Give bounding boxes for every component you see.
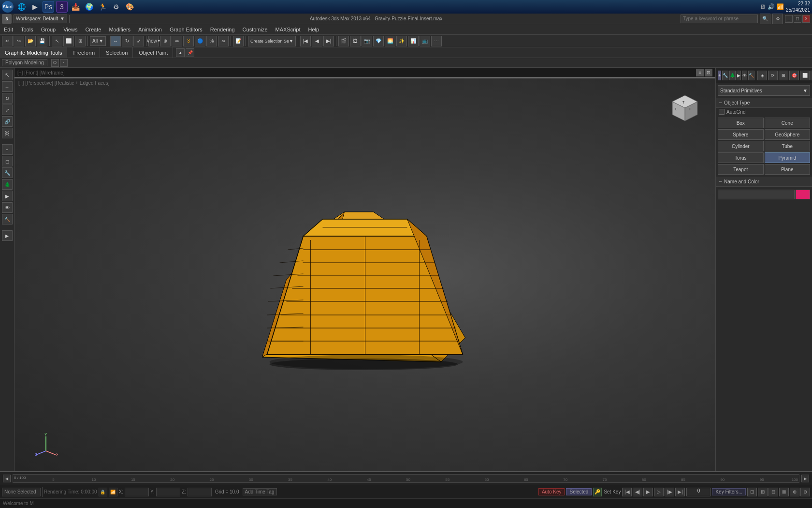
render-scene-button[interactable]: 🎬 — [338, 36, 349, 46]
graphite-tab-object-paint[interactable]: Object Paint — [134, 47, 173, 58]
tool-utilities[interactable]: 🔨 — [2, 214, 13, 224]
menu-customize[interactable]: Customize — [239, 26, 272, 33]
add-time-tag-btn[interactable]: Add Time Tag — [243, 488, 277, 495]
btn-geosphere[interactable]: GeoSphere — [765, 129, 811, 140]
panel-icon-3[interactable]: ⊞ — [779, 71, 788, 80]
current-frame-display[interactable]: 0 — [686, 488, 710, 496]
menu-group[interactable]: Group — [37, 26, 60, 33]
vp-wire-btn1[interactable]: ≡ — [696, 69, 704, 76]
btn-box[interactable]: Box — [718, 118, 764, 128]
render-framebuffer[interactable]: 📺 — [420, 36, 430, 46]
redo-button[interactable]: ↪ — [14, 36, 24, 46]
goto-start-btn[interactable]: |◀ — [622, 488, 632, 496]
btn-plane[interactable]: Plane — [765, 164, 811, 175]
anim-extra-3[interactable]: ⊟ — [768, 488, 778, 496]
select-region-button[interactable]: ⬜ — [63, 36, 74, 46]
btn-cone[interactable]: Cone — [765, 118, 811, 128]
angle-snap-button[interactable]: 🔵 — [195, 36, 205, 46]
filter-dropdown[interactable]: All▼ — [90, 36, 106, 46]
snap-toggle-button[interactable]: 3 — [183, 36, 194, 46]
z-coord-value[interactable] — [188, 488, 212, 496]
open-button[interactable]: 📂 — [25, 36, 36, 46]
menu-maxscript[interactable]: MAXScript — [272, 26, 304, 33]
display-panel-btn[interactable]: 👁 — [742, 71, 747, 80]
tool-move[interactable]: ↔ — [2, 81, 13, 92]
x-coord-value[interactable] — [125, 488, 149, 496]
spinner-snap-button[interactable]: ∞ — [218, 36, 229, 46]
menu-graph-editors[interactable]: Graph Editors — [166, 26, 206, 33]
auto-key-button[interactable]: Auto Key — [538, 488, 565, 495]
motion-panel-btn[interactable]: ▶ — [737, 71, 741, 80]
viewport-perspective[interactable]: [+] [Perspective] [Realistic + Edged Fac… — [14, 78, 715, 471]
timeline-prev-btn[interactable]: ◀ — [3, 475, 11, 482]
tool-unlink[interactable]: ⛓ — [2, 128, 13, 138]
scale-button[interactable]: ⤢ — [133, 36, 144, 46]
tool-rotate[interactable]: ↻ — [2, 93, 13, 104]
anim-extra-1[interactable]: ⊡ — [747, 488, 757, 496]
object-type-collapse[interactable]: − — [719, 99, 722, 106]
vertex-btn[interactable]: · — [60, 59, 68, 67]
btn-pyramid[interactable]: Pyramid — [765, 152, 811, 163]
panel-icon-1[interactable]: ◈ — [757, 71, 767, 80]
hierarchy-panel-btn[interactable]: 🌲 — [729, 71, 736, 80]
lock-icon[interactable]: 🔒 — [99, 488, 107, 496]
view-dropdown[interactable]: View▼ — [148, 36, 159, 46]
prev-frame-button[interactable]: ◀ — [312, 36, 322, 46]
graphite-btn-1[interactable]: ▲ — [176, 48, 185, 57]
color-swatch[interactable] — [796, 190, 810, 199]
material-editor-button[interactable]: 💎 — [373, 36, 384, 46]
environment-button[interactable]: 🌅 — [385, 36, 395, 46]
y-coord-value[interactable] — [156, 488, 180, 496]
taskbar-icon-run[interactable]: 🏃 — [97, 1, 108, 13]
vp-wire-btn2[interactable]: ⊡ — [705, 69, 712, 76]
taskbar-icon-settings[interactable]: ⚙ — [110, 1, 122, 13]
taskbar-icon-browser2[interactable]: 🌍 — [83, 1, 95, 13]
view-cube[interactable]: F L T — [669, 93, 701, 124]
anim-extra-4[interactable]: ⊠ — [779, 488, 789, 496]
tool-link[interactable]: 🔗 — [2, 116, 13, 127]
anim-extra-5[interactable]: ⊕ — [790, 488, 799, 496]
modify-panel-btn[interactable]: 🔧 — [722, 71, 728, 80]
menu-help[interactable]: Help — [304, 26, 323, 33]
align-button[interactable]: ⊕ — [160, 36, 171, 46]
close-button[interactable]: × — [802, 15, 810, 23]
menu-views[interactable]: Views — [59, 26, 81, 33]
standard-primitives-dropdown[interactable]: Standard Primitives ▼ — [718, 85, 810, 96]
taskbar-icon-paint[interactable]: 🎨 — [124, 1, 135, 13]
create-panel-btn[interactable]: + — [718, 71, 721, 80]
graphite-tab-selection[interactable]: Selection — [101, 47, 133, 58]
search-input[interactable] — [681, 15, 758, 23]
start-button[interactable]: Start — [2, 1, 14, 13]
menu-animation[interactable]: Animation — [134, 26, 166, 33]
network-icon[interactable]: 📶 — [109, 488, 117, 496]
key-set-btn[interactable]: 🔑 — [593, 488, 602, 496]
tool-motion[interactable]: ▶ — [2, 191, 13, 201]
timeline-next-btn[interactable]: ▶ — [801, 475, 809, 482]
minimize-button[interactable]: _ — [785, 15, 793, 23]
graphite-pin-button[interactable]: 📌 — [186, 48, 194, 57]
mirror-button[interactable]: ⇔ — [172, 36, 182, 46]
anim-extra-6[interactable]: ⊖ — [800, 488, 810, 496]
tool-scale[interactable]: ⤢ — [2, 105, 13, 115]
taskbar-icon-ps[interactable]: Ps — [43, 1, 54, 13]
play-btn[interactable]: ▶ — [643, 488, 653, 496]
menu-edit[interactable]: Edit — [0, 26, 17, 33]
btn-sphere[interactable]: Sphere — [718, 129, 764, 140]
move-button[interactable]: ↔ — [110, 36, 121, 46]
utilities-panel-btn[interactable]: 🔨 — [748, 71, 754, 80]
rotate-button[interactable]: ↻ — [122, 36, 132, 46]
tool-select[interactable]: ↖ — [2, 70, 13, 80]
panel-icon-5[interactable]: ⬜ — [800, 71, 810, 80]
edit-named-selections[interactable]: 📝 — [233, 36, 244, 46]
taskbar-icon-3ds[interactable]: 3 — [56, 1, 68, 13]
btn-torus[interactable]: Torus — [718, 152, 764, 163]
edge-btn[interactable]: ⬡ — [51, 59, 59, 67]
render-to-tex-button[interactable]: 📷 — [362, 36, 372, 46]
tool-modify[interactable]: 🔧 — [2, 167, 13, 178]
menu-rendering[interactable]: Rendering — [206, 26, 239, 33]
name-color-collapse[interactable]: − — [719, 178, 722, 185]
select-all-button[interactable]: ⊞ — [75, 36, 86, 46]
btn-teapot[interactable]: Teapot — [718, 164, 764, 175]
search-button[interactable]: 🔍 — [760, 14, 770, 24]
tool-zoom[interactable]: ▸ — [2, 230, 13, 241]
